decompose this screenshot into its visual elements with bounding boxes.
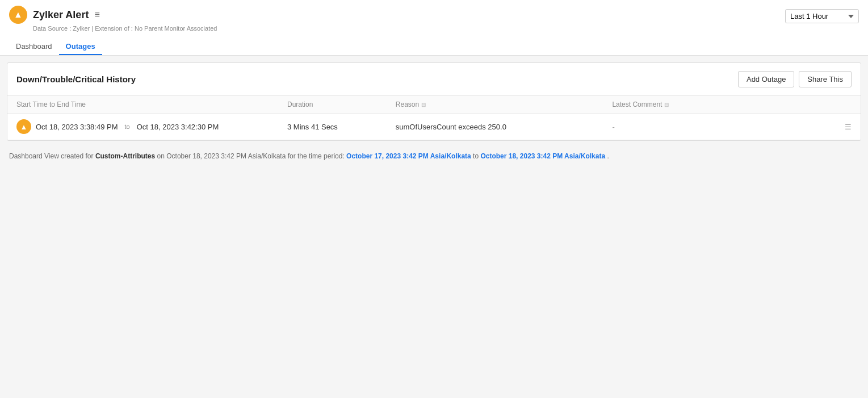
row-menu-icon[interactable]: ☰	[829, 123, 852, 131]
table-header: Start Time to End Time Duration Reason ⊟…	[7, 96, 861, 114]
reason-value: sumOfUsersCount exceeds 250.0	[396, 123, 613, 131]
data-source-label: Data Source : Zylker | Extension of : No…	[33, 25, 217, 32]
footer-time-end: October 18, 2023 3:42 PM Asia/Kolkata	[480, 152, 605, 160]
section-header: Down/Trouble/Critical History Add Outage…	[7, 63, 861, 96]
main-content: Down/Trouble/Critical History Add Outage…	[7, 62, 861, 141]
footer-middle: on October 18, 2023 3:42 PM Asia/Kolkata…	[155, 152, 346, 160]
footer-prefix: Dashboard View created for	[9, 152, 95, 160]
alert-icon: ▲	[9, 6, 27, 24]
header-buttons: Add Outage Share This	[738, 71, 852, 87]
footer: Dashboard View created for Custom-Attrib…	[0, 145, 868, 167]
col-comment: Latest Comment ⊟	[612, 100, 829, 108]
section-title: Down/Trouble/Critical History	[16, 74, 136, 84]
col-reason: Reason ⊟	[396, 100, 613, 108]
header-top: ▲ Zylker Alert ≡	[9, 6, 217, 24]
col-duration: Duration	[287, 100, 396, 108]
row-status-icon: ▲	[16, 119, 31, 134]
tab-outages[interactable]: Outages	[59, 39, 102, 55]
share-this-button[interactable]: Share This	[799, 71, 852, 87]
reason-filter-icon[interactable]: ⊟	[421, 102, 426, 108]
footer-time-start: October 17, 2023 3:42 PM Asia/Kolkata	[346, 152, 471, 160]
duration-value: 3 Mins 41 Secs	[287, 123, 396, 131]
outages-table: Start Time to End Time Duration Reason ⊟…	[7, 96, 861, 140]
header-right: Last 1 HourLast 6 HoursLast 12 HoursLast…	[785, 6, 859, 23]
col-start-time: Start Time to End Time	[16, 100, 287, 108]
page-header: ▲ Zylker Alert ≡ Data Source : Zylker | …	[0, 0, 868, 56]
col-actions	[829, 100, 852, 108]
menu-icon[interactable]: ≡	[94, 10, 99, 20]
time-to-label: to	[125, 123, 130, 130]
time-range-selector[interactable]: Last 1 HourLast 6 HoursLast 12 HoursLast…	[785, 9, 859, 23]
start-time: Oct 18, 2023 3:38:49 PM	[36, 123, 118, 131]
time-cell: ▲ Oct 18, 2023 3:38:49 PM to Oct 18, 202…	[16, 119, 287, 134]
end-time: Oct 18, 2023 3:42:30 PM	[137, 123, 219, 131]
footer-time-to: to	[471, 152, 481, 160]
comment-value: -	[612, 123, 829, 131]
table-row: ▲ Oct 18, 2023 3:38:49 PM to Oct 18, 202…	[7, 114, 861, 140]
tab-dashboard[interactable]: Dashboard	[9, 39, 59, 55]
app-title: Zylker Alert	[33, 9, 89, 21]
header-left: ▲ Zylker Alert ≡ Data Source : Zylker | …	[9, 6, 217, 55]
add-outage-button[interactable]: Add Outage	[738, 71, 794, 87]
dashboard-name: Custom-Attributes	[95, 152, 155, 160]
footer-suffix: .	[605, 152, 609, 160]
nav-tabs: Dashboard Outages	[9, 39, 217, 55]
comment-filter-icon[interactable]: ⊟	[664, 102, 669, 108]
